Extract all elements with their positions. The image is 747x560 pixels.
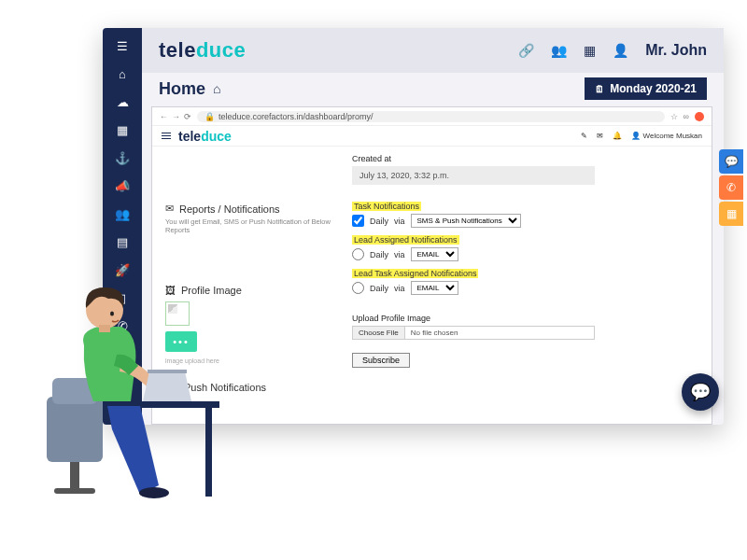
topbar-actions: 🔗 👥 ▦ 👤 Mr. John bbox=[518, 42, 707, 59]
lead-task-assigned-group: Lead Task Assigned Notifications Daily v… bbox=[352, 269, 698, 295]
svg-rect-2 bbox=[70, 462, 79, 490]
users-icon[interactable]: 👥 bbox=[551, 43, 567, 58]
calendar-icon[interactable]: ▦ bbox=[115, 122, 130, 137]
freq-label: Daily bbox=[370, 217, 388, 226]
menu-icon[interactable]: ☰ bbox=[115, 38, 130, 53]
compose-icon[interactable]: ✎ bbox=[581, 132, 587, 140]
reports-heading: ✉ Reports / Notifications bbox=[165, 203, 343, 215]
date-text: Monday 2020-21 bbox=[610, 82, 697, 95]
alert-icon[interactable]: 🔔 bbox=[613, 132, 622, 140]
svg-rect-7 bbox=[148, 370, 187, 373]
file-input[interactable]: Choose File No file chosen bbox=[352, 326, 595, 340]
forward-icon[interactable]: → bbox=[172, 112, 180, 121]
apps-icon[interactable]: ▦ bbox=[584, 43, 596, 58]
page-title-text: Home bbox=[159, 79, 205, 99]
embedded-browser: ← → ⟳ 🔒 teleduce.corefactors.in/dashboar… bbox=[151, 106, 712, 425]
envelope-icon: ✉ bbox=[165, 203, 174, 215]
chat-fab-button[interactable]: 💬 bbox=[682, 373, 719, 411]
nav-arrows: ← → ⟳ bbox=[160, 112, 191, 121]
brand-left: tele bbox=[178, 129, 201, 144]
topbar: teleduce 🔗 👥 ▦ 👤 Mr. John bbox=[142, 28, 724, 73]
breadcrumb-bar: Home ⌂ Monday 2020-21 bbox=[142, 73, 724, 105]
inner-brand: teleduce bbox=[178, 129, 232, 144]
brand-right: duce bbox=[196, 38, 246, 62]
inner-topbar: teleduce ✎ ✉ 🔔 👤 Welcome Muskan bbox=[152, 126, 712, 147]
reports-subtext: You will get Email, SMS or Push Notifica… bbox=[165, 217, 343, 234]
home-icon[interactable]: ⌂ bbox=[115, 66, 130, 81]
brand-logo: teleduce bbox=[159, 38, 246, 63]
task-method-select[interactable]: SMS & Push Notifications bbox=[411, 214, 521, 228]
freq-label: Daily bbox=[370, 250, 388, 259]
via-label: via bbox=[394, 250, 405, 259]
address-field[interactable]: 🔒 teleduce.corefactors.in/dashboard/prom… bbox=[197, 111, 665, 122]
reload-icon[interactable]: ⟳ bbox=[184, 112, 191, 121]
svg-rect-5 bbox=[205, 408, 212, 497]
back-icon[interactable]: ← bbox=[160, 112, 168, 121]
no-file-text: No file chosen bbox=[405, 327, 464, 339]
subscribe-button[interactable]: Subscribe bbox=[352, 353, 410, 368]
via-label: via bbox=[394, 217, 405, 226]
grid-icon[interactable]: ▤ bbox=[115, 234, 130, 249]
group-title: Task Notifications bbox=[352, 202, 421, 211]
person-illustration bbox=[19, 261, 233, 504]
infinity-icon[interactable]: ∞ bbox=[684, 112, 689, 121]
brand-left: tele bbox=[159, 38, 196, 62]
lead-method-select[interactable]: EMAIL bbox=[411, 247, 458, 261]
lead-assigned-group: Lead Assigned Notifications Daily via EM… bbox=[352, 235, 698, 261]
date-badge[interactable]: Monday 2020-21 bbox=[585, 77, 707, 100]
created-at-label: Created at bbox=[352, 154, 698, 163]
url-bar: ← → ⟳ 🔒 teleduce.corefactors.in/dashboar… bbox=[152, 107, 712, 126]
svg-rect-0 bbox=[47, 397, 103, 462]
inbox-icon[interactable]: ✉ bbox=[597, 132, 603, 140]
side-tab-call[interactable]: ✆ bbox=[719, 175, 743, 200]
group-title: Lead Task Assigned Notifications bbox=[352, 269, 478, 278]
task-notifications-group: Task Notifications Daily via SMS & Push … bbox=[352, 202, 698, 228]
group-title: Lead Assigned Notifications bbox=[352, 235, 459, 245]
task-daily-checkbox[interactable] bbox=[352, 215, 364, 227]
svg-point-9 bbox=[110, 312, 114, 316]
floating-side-tabs: 💬 ✆ ▦ bbox=[719, 149, 743, 226]
side-tab-chat[interactable]: 💬 bbox=[719, 149, 743, 174]
right-column: Created at July 13, 2020, 3:32 p.m. Task… bbox=[352, 154, 698, 414]
url-text: teleduce.corefactors.in/dashboard/promy/ bbox=[218, 112, 374, 121]
choose-file-button[interactable]: Choose File bbox=[353, 327, 405, 339]
settings-body: ✉ Reports / Notifications You will get E… bbox=[152, 147, 712, 424]
users-icon[interactable]: 👥 bbox=[115, 206, 130, 221]
user-name[interactable]: Mr. John bbox=[645, 42, 707, 59]
leadtask-daily-radio[interactable] bbox=[352, 282, 364, 294]
leadtask-method-select[interactable]: EMAIL bbox=[411, 281, 458, 295]
link-icon[interactable]: 🔗 bbox=[518, 43, 534, 58]
hamburger-icon[interactable] bbox=[162, 133, 171, 140]
brand-right: duce bbox=[201, 129, 232, 144]
megaphone-icon[interactable]: 📣 bbox=[115, 178, 130, 193]
upload-label: Upload Profile Image bbox=[352, 314, 698, 323]
user-icon[interactable]: 👤 bbox=[613, 43, 628, 58]
lead-daily-radio[interactable] bbox=[352, 248, 364, 260]
svg-rect-3 bbox=[54, 488, 95, 494]
svg-point-6 bbox=[139, 487, 169, 498]
freq-label: Daily bbox=[370, 284, 388, 293]
via-label: via bbox=[394, 284, 405, 293]
inner-topbar-actions: ✎ ✉ 🔔 👤 Welcome Muskan bbox=[581, 132, 702, 140]
page-title: Home ⌂ bbox=[159, 79, 220, 99]
bookmark-icon[interactable]: ☆ bbox=[670, 112, 678, 121]
created-at-value: July 13, 2020, 3:32 p.m. bbox=[352, 166, 595, 185]
side-tab-apps[interactable]: ▦ bbox=[719, 202, 743, 226]
notification-dot[interactable] bbox=[695, 112, 704, 121]
welcome-user[interactable]: 👤 Welcome Muskan bbox=[631, 132, 702, 140]
home-icon[interactable]: ⌂ bbox=[213, 81, 220, 96]
svg-rect-10 bbox=[99, 325, 110, 332]
lock-icon: 🔒 bbox=[204, 112, 215, 121]
cloud-icon[interactable]: ☁ bbox=[115, 94, 130, 109]
tree-icon[interactable]: ⚓ bbox=[115, 150, 130, 165]
